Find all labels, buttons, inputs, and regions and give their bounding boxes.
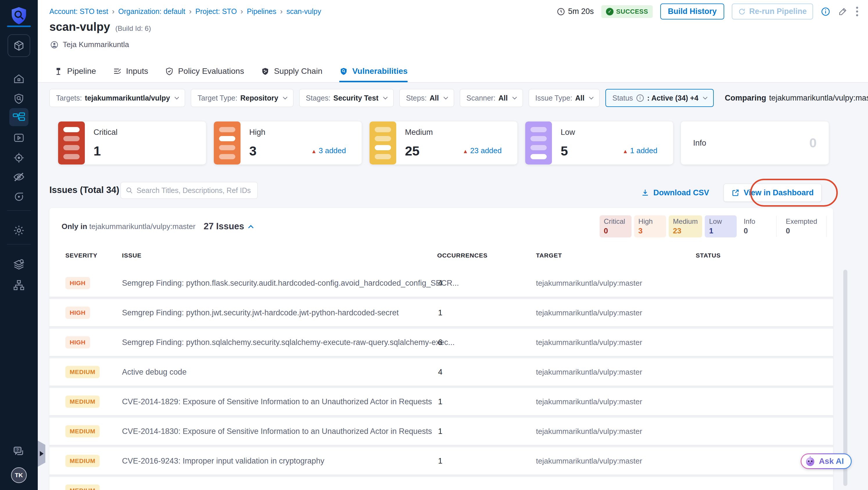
nav-executions-icon[interactable] <box>9 129 28 147</box>
vulnerabilities-content: Targets:tejakummarikuntla/vulpyTarget Ty… <box>38 83 868 490</box>
band-bar <box>530 145 547 150</box>
issue-table-row[interactable]: MEDIUMCVE-2014-1830: Exposure of Sensiti… <box>50 418 833 445</box>
band-bar <box>375 127 391 132</box>
left-sidebar: ? TK <box>0 0 38 490</box>
severity-card-critical[interactable]: Critical1 <box>58 121 206 164</box>
severity-band <box>525 121 552 164</box>
chevron-up-icon <box>248 225 253 230</box>
filter-target-type[interactable]: Target Type:Repository <box>191 89 293 107</box>
page-title: scan-vulpy (Build Id: 6) <box>50 20 151 33</box>
filter-value: : Active (34) +4 <box>647 94 699 102</box>
breadcrumb-separator-icon: › <box>280 7 283 16</box>
nav-home-icon[interactable] <box>9 70 28 88</box>
issue-table-row[interactable]: MEDIUM <box>50 477 833 490</box>
col-header-target: TARGET <box>536 252 562 259</box>
nav-settings-gear-icon[interactable] <box>9 221 28 240</box>
breadcrumb-link[interactable]: Pipelines <box>247 7 276 16</box>
card-added-delta: ▲3 added <box>311 146 346 155</box>
chip-exempted[interactable]: Exempted0 <box>781 215 822 238</box>
nav-organizations-icon[interactable] <box>9 276 28 294</box>
chip-low[interactable]: Low1 <box>705 215 737 238</box>
tab-pipeline[interactable]: Pipeline <box>54 61 96 82</box>
filter-scanner[interactable]: Scanner:All <box>460 89 523 107</box>
search-input[interactable] <box>136 186 253 195</box>
chip-critical[interactable]: Critical0 <box>599 215 631 238</box>
band-bar <box>63 127 80 132</box>
sto-logo-icon[interactable] <box>9 6 28 25</box>
card-added-delta: ▲1 added <box>623 146 657 155</box>
issue-title: Active debug code <box>122 368 186 377</box>
issues-table-body: HIGHSemgrep Finding: python.flask.securi… <box>50 269 833 490</box>
nav-exemptions-eye-off-icon[interactable] <box>9 168 28 186</box>
module-active-underline <box>7 26 31 27</box>
chip-label: Exempted <box>786 217 817 225</box>
filter-status[interactable]: Statusi: Active (34) +4 <box>606 89 714 107</box>
nav-pipelines-icon[interactable] <box>9 108 28 126</box>
issue-table-row[interactable]: HIGHSemgrep Finding: python.jwt.security… <box>50 299 833 326</box>
col-header-severity: SEVERITY <box>65 252 97 259</box>
severity-card-info[interactable]: Info0 <box>681 121 829 164</box>
nav-overview-shield-search-icon[interactable] <box>9 90 28 108</box>
nav-default-settings-layers-icon[interactable] <box>9 256 28 274</box>
issue-table-row[interactable]: HIGHSemgrep Finding: python.sqlalchemy.s… <box>50 329 833 356</box>
tab-policy-evaluations[interactable]: Policy Evaluations <box>165 61 244 82</box>
severity-band <box>214 121 241 164</box>
build-history-button[interactable]: Build History <box>660 3 724 20</box>
band-bar <box>63 136 80 141</box>
tab-supply-chain[interactable]: Supply Chain <box>261 61 322 82</box>
info-icon[interactable] <box>820 7 831 17</box>
group-collapse-toggle[interactable]: 27 Issues <box>204 221 253 232</box>
rerun-pipeline-button[interactable]: Re-run Pipeline <box>732 3 813 20</box>
filter-targets[interactable]: Targets:tejakummarikuntla/vulpy <box>50 89 185 107</box>
chip-medium[interactable]: Medium23 <box>669 215 702 238</box>
sidebar-expand-handle[interactable] <box>38 440 45 467</box>
view-in-dashboard-button[interactable]: View in Dashboard <box>724 184 822 202</box>
breadcrumb-link[interactable]: Project: STO <box>195 7 237 16</box>
issue-title: CVE-2014-1829: Exposure of Sensitive Inf… <box>122 397 432 406</box>
triangle-up-icon: ▲ <box>311 148 317 154</box>
help-chat-icon[interactable]: ? <box>10 444 28 460</box>
breadcrumb-link[interactable]: Account: STO test <box>50 7 108 16</box>
chip-info[interactable]: Info0 <box>739 215 771 238</box>
severity-card-low[interactable]: Low5▲1 added <box>525 121 673 164</box>
filter-value: tejakummarikuntla/vulpy <box>85 94 170 102</box>
edit-pencil-icon[interactable] <box>838 7 847 16</box>
breadcrumb-link[interactable]: scan-vulpy <box>286 7 321 16</box>
severity-card-medium[interactable]: Medium25▲23 added <box>370 121 517 164</box>
chip-value: 0 <box>786 226 817 236</box>
issue-title: Semgrep Finding: python.sqlalchemy.secur… <box>122 338 455 347</box>
band-bar <box>375 145 391 150</box>
nav-getting-started-icon[interactable] <box>9 188 28 206</box>
filter-steps[interactable]: Steps:All <box>399 89 454 107</box>
issue-table-row[interactable]: MEDIUMCVE-2014-1829: Exposure of Sensiti… <box>50 388 833 415</box>
severity-card-high[interactable]: High3▲3 added <box>214 121 362 164</box>
chevron-down-icon <box>703 95 708 99</box>
tab-label: Supply Chain <box>274 66 322 76</box>
band-bar <box>219 145 235 150</box>
user-avatar[interactable]: TK <box>11 467 27 483</box>
ask-ai-button[interactable]: Ask AI <box>801 453 852 469</box>
more-options-kebab-icon[interactable] <box>855 5 859 18</box>
filter-issue-type[interactable]: Issue Type:All <box>529 89 599 107</box>
issue-table-row[interactable]: HIGHSemgrep Finding: python.flask.securi… <box>50 269 833 297</box>
module-selector-cube-icon[interactable] <box>7 34 30 57</box>
issue-table-row[interactable]: MEDIUMCVE-2016-9243: Improper input vali… <box>50 447 833 474</box>
breadcrumb-link[interactable]: Organization: default <box>118 7 185 16</box>
occurrences-count: 1 <box>438 397 442 406</box>
tab-vulnerabilities[interactable]: Vulnerabilities <box>339 61 408 82</box>
table-column-headers: SEVERITYISSUEOCCURRENCESTARGETSTATUS <box>50 252 833 264</box>
download-csv-button[interactable]: Download CSV <box>641 188 709 197</box>
download-icon <box>641 189 649 197</box>
filter-stages[interactable]: Stages:Security Test <box>299 89 394 107</box>
severity-badge: MEDIUM <box>65 485 100 490</box>
filter-bar: Targets:tejakummarikuntla/vulpyTarget Ty… <box>50 89 868 107</box>
nav-targets-crosshair-icon[interactable] <box>9 149 28 167</box>
chip-high[interactable]: High3 <box>634 215 666 238</box>
filter-label: Target Type: <box>197 94 237 102</box>
band-bar <box>63 154 80 159</box>
band-bar <box>530 127 547 132</box>
issue-target: tejakummarikuntla/vulpy:master <box>536 338 642 347</box>
card-count: 1 <box>94 144 101 159</box>
tab-inputs[interactable]: Inputs <box>113 61 148 82</box>
issue-table-row[interactable]: MEDIUMActive debug code4tejakummarikuntl… <box>50 358 833 386</box>
